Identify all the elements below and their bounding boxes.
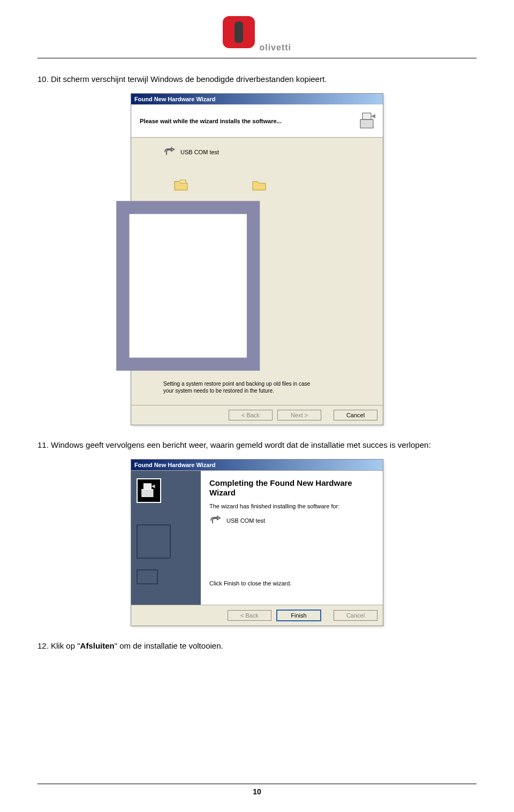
finish-button[interactable]: Finish: [276, 610, 321, 621]
svg-rect-3: [142, 490, 153, 497]
document-footer: 10: [37, 784, 477, 796]
svg-rect-0: [360, 119, 373, 128]
wizard1-titlebar: Found New Hardware Wizard: [131, 94, 383, 104]
back-button[interactable]: < Back: [228, 610, 271, 621]
folder-source-icon: [174, 179, 188, 191]
flying-page-icon: [110, 372, 319, 378]
olivetti-logo: olivetti: [223, 16, 291, 48]
header-divider: [37, 58, 477, 58]
wizard-install-progress: Found New Hardware Wizard Please wait wh…: [131, 93, 383, 425]
banner-decor-icon: [137, 524, 171, 559]
wizard2-right-content: Completing the Found New Hardware Wizard…: [201, 471, 383, 605]
wizard2-subtext: The wizard has finished installing the s…: [209, 503, 374, 509]
banner-decor2-icon: [137, 569, 158, 584]
step-10-text: 10. Dit scherm verschijnt terwijl Window…: [37, 74, 477, 84]
device-row: USB COM test: [163, 146, 372, 158]
side-hardware-icon: [137, 478, 161, 503]
wizard-complete: Found New Hardware Wizard Completing the…: [131, 459, 383, 626]
restore-point-text: Setting a system restore point and backi…: [163, 380, 313, 394]
finish-note: Click Finish to close the wizard.: [209, 580, 374, 587]
wizard1-button-bar: < Back Next > Cancel: [131, 405, 383, 425]
page-number: 10: [37, 784, 477, 796]
cancel-button[interactable]: Cancel: [334, 410, 377, 420]
step12-bold: Afsluiten: [80, 641, 115, 650]
usb-connector-icon: [163, 146, 175, 158]
step-12-text: 12. Klik op "Afsluiten" om de installati…: [37, 641, 477, 650]
wizard-side-banner: [131, 471, 201, 605]
wizard2-heading: Completing the Found New Hardware Wizard: [209, 478, 374, 498]
wizard2-titlebar: Found New Hardware Wizard: [131, 460, 383, 470]
usb-connector-icon: [209, 515, 221, 527]
progress-area: Setting a system restore point and backi…: [163, 179, 372, 394]
document-header: olivetti: [37, 16, 477, 54]
wizard1-header-text: Please wait while the wizard installs th…: [140, 118, 282, 124]
wizard2-button-bar: < Back Finish Cancel: [131, 605, 383, 626]
logo-icon: [223, 16, 255, 48]
wizard1-body: USB COM test Setting a system restore po…: [131, 137, 383, 405]
back-button[interactable]: < Back: [229, 410, 273, 420]
svg-rect-1: [362, 113, 371, 119]
next-button[interactable]: Next >: [277, 410, 321, 420]
step12-suffix: " om de installatie te voltooien.: [115, 641, 223, 650]
svg-rect-4: [143, 484, 151, 490]
wizard2-device-row: USB COM test: [209, 515, 374, 527]
wizard2-body: Completing the Found New Hardware Wizard…: [131, 470, 383, 605]
wizard2-device-name: USB COM test: [226, 517, 265, 524]
step12-prefix: 12. Klik op ": [37, 641, 80, 650]
hardware-icon: [359, 112, 377, 130]
step-11-text: 11. Windows geeft vervolgens een bericht…: [37, 440, 477, 449]
cancel-button[interactable]: Cancel: [334, 610, 377, 621]
device-name: USB COM test: [180, 149, 219, 155]
folder-dest-icon: [252, 179, 266, 191]
logo-text: olivetti: [259, 43, 291, 52]
svg-rect-2: [123, 207, 253, 364]
wizard1-header-area: Please wait while the wizard installs th…: [131, 104, 383, 137]
